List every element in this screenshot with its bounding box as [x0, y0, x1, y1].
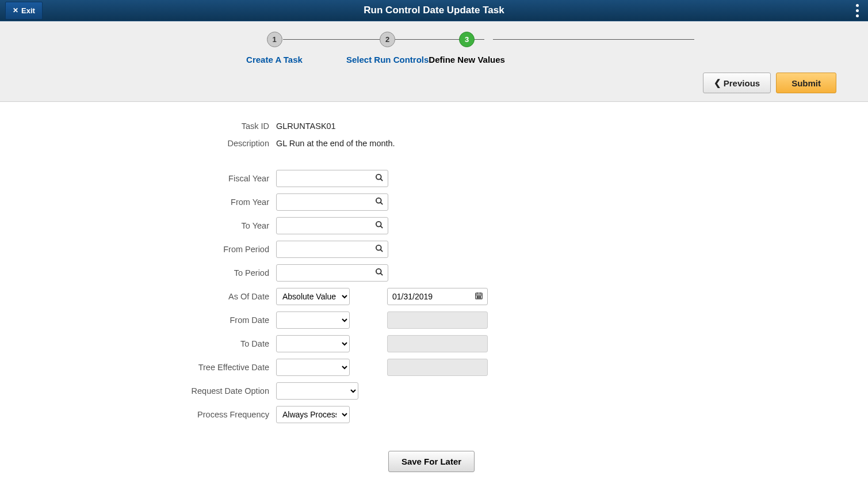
step-connector	[493, 39, 694, 40]
process-frequency-select[interactable]: Always Process	[276, 406, 350, 423]
chevron-left-icon: ❮	[714, 78, 721, 88]
request-date-option-row: Request Date Option	[173, 382, 690, 400]
task-id-value: GLRUNTASK01	[276, 121, 336, 131]
fiscal-year-row: Fiscal Year	[173, 170, 690, 187]
description-row: Description GL Run at the end of the mon…	[173, 139, 690, 148]
to-date-date-wrap	[387, 335, 488, 352]
to-date-label: To Date	[173, 339, 276, 348]
svg-point-2	[376, 198, 381, 203]
step-label[interactable]: Select Run Controls	[346, 55, 429, 64]
svg-point-6	[376, 245, 381, 250]
as-of-date-input[interactable]	[387, 288, 488, 305]
search-icon[interactable]	[375, 268, 384, 278]
to-year-label: To Year	[173, 221, 276, 230]
process-frequency-label: Process Frequency	[173, 410, 276, 419]
svg-point-18	[479, 298, 479, 298]
from-year-row: From Year	[173, 193, 690, 211]
svg-point-8	[376, 269, 381, 274]
search-icon[interactable]	[375, 244, 384, 254]
save-row: Save For Later	[173, 451, 690, 472]
wizard-step-1[interactable]: 1 Create A Task	[202, 32, 346, 64]
previous-button-label: Previous	[724, 78, 760, 88]
to-period-input[interactable]	[276, 264, 388, 282]
fiscal-year-label: Fiscal Year	[173, 174, 276, 183]
task-id-row: Task ID GLRUNTASK01	[173, 121, 690, 131]
svg-line-9	[380, 273, 383, 275]
svg-line-1	[380, 178, 383, 181]
search-icon[interactable]	[375, 221, 384, 231]
to-year-row: To Year	[173, 217, 690, 234]
from-date-select[interactable]	[276, 311, 350, 329]
to-date-select[interactable]	[276, 335, 350, 352]
submit-button[interactable]: Submit	[776, 73, 836, 93]
fiscal-year-input-wrap	[276, 170, 388, 187]
svg-point-19	[480, 298, 480, 298]
description-value: GL Run at the end of the month.	[276, 139, 395, 148]
to-year-input[interactable]	[276, 217, 388, 234]
from-period-label: From Period	[173, 245, 276, 254]
to-period-input-wrap	[276, 264, 388, 282]
request-date-option-select[interactable]	[276, 382, 358, 400]
exit-button[interactable]: ✕ Exit	[5, 2, 43, 20]
page-title: Run Control Date Update Task	[364, 5, 504, 16]
request-date-option-label: Request Date Option	[173, 386, 276, 396]
from-period-row: From Period	[173, 241, 690, 258]
from-date-row: From Date	[173, 311, 690, 329]
wizard-step-2[interactable]: 2 Select Run Controls	[346, 32, 429, 64]
step-label[interactable]: Create A Task	[202, 55, 346, 64]
svg-point-4	[376, 222, 381, 227]
as-of-date-select[interactable]: Absolute Value	[276, 288, 350, 305]
from-date-input	[387, 311, 488, 329]
to-year-input-wrap	[276, 217, 388, 234]
step-number: 2	[380, 32, 395, 47]
step-label: Define New Values	[429, 55, 505, 64]
as-of-date-label: As Of Date	[173, 292, 276, 301]
description-label: Description	[173, 139, 276, 148]
svg-line-5	[380, 226, 383, 228]
search-icon[interactable]	[375, 197, 384, 207]
to-period-row: To Period	[173, 264, 690, 282]
save-for-later-label: Save For Later	[402, 457, 461, 466]
svg-point-16	[480, 296, 480, 297]
from-year-label: From Year	[173, 197, 276, 207]
step-number: 3	[459, 32, 475, 47]
tree-eff-date-label: Tree Effective Date	[173, 363, 276, 372]
from-year-input[interactable]	[276, 193, 388, 211]
step-number: 1	[267, 32, 282, 47]
svg-line-7	[380, 249, 383, 252]
more-menu-icon[interactable]	[856, 4, 859, 17]
as-of-date-row: As Of Date Absolute Value	[173, 288, 690, 305]
tree-eff-date-row: Tree Effective Date	[173, 359, 690, 376]
calendar-icon[interactable]	[475, 291, 483, 302]
search-icon[interactable]	[375, 173, 384, 184]
svg-point-15	[479, 296, 479, 297]
from-date-date-wrap	[387, 311, 488, 329]
svg-point-17	[477, 298, 477, 298]
from-period-input[interactable]	[276, 241, 388, 258]
wizard-buttons: ❮ Previous Submit	[0, 70, 868, 93]
tree-eff-date-input	[387, 359, 488, 376]
wizard-step-3: 3 Define New Values	[429, 32, 505, 64]
to-period-label: To Period	[173, 268, 276, 278]
form-area: Task ID GLRUNTASK01 Description GL Run a…	[173, 121, 690, 494]
svg-point-0	[376, 174, 381, 180]
page-header: ✕ Exit Run Control Date Update Task	[0, 0, 868, 21]
tree-eff-date-date-wrap	[387, 359, 488, 376]
exit-button-label: Exit	[21, 6, 35, 15]
as-of-date-date-wrap	[387, 288, 488, 305]
to-date-row: To Date	[173, 335, 690, 352]
from-year-input-wrap	[276, 193, 388, 211]
tree-eff-date-select[interactable]	[276, 359, 350, 376]
fiscal-year-input[interactable]	[276, 170, 388, 187]
from-period-input-wrap	[276, 241, 388, 258]
wizard-bar: 1 Create A Task 2 Select Run Controls 3 …	[0, 21, 868, 102]
wizard-steps: 1 Create A Task 2 Select Run Controls 3 …	[168, 32, 700, 64]
save-for-later-button[interactable]: Save For Later	[388, 451, 475, 472]
task-id-label: Task ID	[173, 121, 276, 131]
svg-point-14	[477, 296, 477, 297]
submit-button-label: Submit	[791, 78, 821, 88]
close-icon: ✕	[13, 6, 18, 14]
previous-button[interactable]: ❮ Previous	[703, 73, 771, 93]
svg-line-3	[380, 202, 383, 204]
from-date-label: From Date	[173, 316, 276, 325]
